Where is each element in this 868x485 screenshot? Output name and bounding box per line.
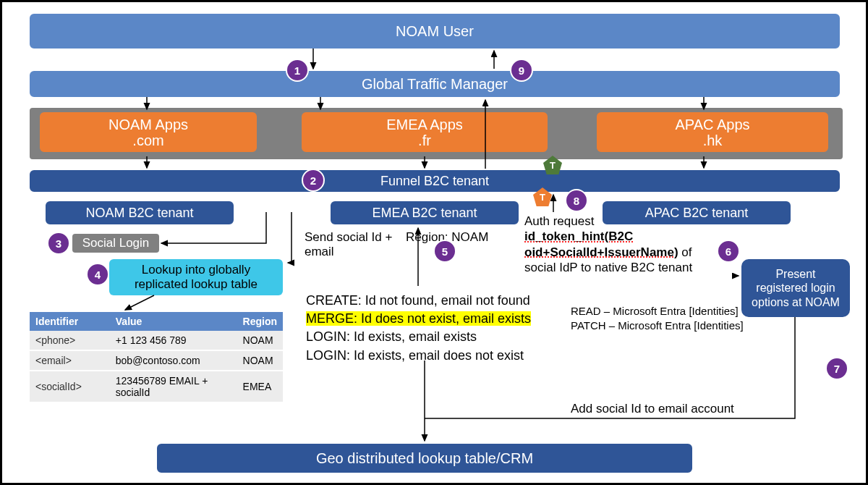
- noam-user-box: NOAM User: [30, 14, 840, 48]
- patch-label: PATCH – Microsoft Entra [Identities]: [571, 319, 744, 332]
- th-value: Value: [110, 312, 237, 331]
- badge-6: 6: [717, 240, 740, 263]
- present-l1: Present: [775, 267, 815, 281]
- rules-list: CREATE: Id not found, email not found ME…: [306, 292, 531, 365]
- read-label: READ – Microsoft Entra [Identities]: [571, 305, 739, 317]
- funnel-label: Funnel B2C tenant: [380, 174, 489, 189]
- add-social-label: Add social Id to email account: [571, 402, 734, 416]
- gtm-box: Global Traffic Manager: [30, 71, 840, 97]
- present-l3: options at NOAM: [752, 295, 840, 309]
- emea-apps-box: EMEA Apps .fr: [302, 112, 548, 152]
- rule-login2: LOGIN: Id exists, email does not exist: [306, 347, 531, 365]
- badge-7: 7: [825, 357, 848, 380]
- lookup-l1: Lookup into globally: [142, 263, 250, 277]
- rule-merge: MERGE: Id does not exist, email exists: [306, 311, 531, 326]
- rule-create: CREATE: Id not found, email not found: [306, 292, 531, 310]
- lookup-table: Identifier Value Region <phone>+1 123 45…: [30, 312, 283, 403]
- badge-3: 3: [47, 232, 70, 255]
- apac-apps-l1: APAC Apps: [675, 117, 749, 132]
- geo-label: Geo distributed lookup table/CRM: [316, 450, 533, 467]
- lookup-l2: replicated lookup table: [135, 277, 258, 292]
- emea-tenant-box: EMEA B2C tenant: [331, 201, 519, 224]
- social-login-label: Social Login: [82, 236, 150, 250]
- noam-apps-l1: NOAM Apps: [109, 117, 188, 132]
- badge-2: 2: [302, 169, 325, 192]
- social-login-box: Social Login: [72, 234, 159, 253]
- emea-apps-l2: .fr: [418, 132, 431, 148]
- apac-apps-l2: .hk: [703, 132, 723, 148]
- present-box: Present registered login options at NOAM: [741, 259, 850, 317]
- th-identifier: Identifier: [30, 312, 110, 331]
- rule-login1: LOGIN: Id exists, email exists: [306, 328, 531, 346]
- auth-label: Auth request id_token_hint(B2C oid+Socia…: [524, 214, 738, 275]
- send-label: Send social Id + email: [305, 230, 392, 260]
- badge-1: 1: [286, 59, 309, 82]
- noam-user-label: NOAM User: [396, 23, 474, 40]
- geo-box: Geo distributed lookup table/CRM: [157, 444, 692, 473]
- noam-apps-box: NOAM Apps .com: [40, 112, 257, 152]
- emea-apps-l1: EMEA Apps: [386, 117, 463, 132]
- badge-9: 9: [510, 59, 533, 82]
- badge-5: 5: [433, 240, 456, 263]
- table-row: <socialId>123456789 EMAIL + socialIdEMEA: [30, 371, 283, 402]
- noam-tenant-label: NOAM B2C tenant: [85, 206, 193, 221]
- gtm-label: Global Traffic Manager: [362, 76, 508, 93]
- present-l2: registered login: [756, 281, 835, 295]
- emea-tenant-label: EMEA B2C tenant: [372, 206, 477, 221]
- noam-tenant-box: NOAM B2C tenant: [46, 201, 234, 224]
- th-region: Region: [237, 312, 283, 331]
- table-row: <phone>+1 123 456 789NOAM: [30, 331, 283, 350]
- table-row: <email>bob@contoso.comNOAM: [30, 350, 283, 371]
- apac-apps-box: APAC Apps .hk: [597, 112, 828, 152]
- noam-apps-l2: .com: [132, 132, 163, 148]
- funnel-box: Funnel B2C tenant: [30, 170, 840, 192]
- lookup-box: Lookup into globally replicated lookup t…: [109, 259, 283, 295]
- badge-4: 4: [86, 263, 109, 286]
- diagram-canvas: NOAM User Global Traffic Manager NOAM Ap…: [0, 0, 868, 485]
- svg-line-8: [125, 295, 154, 310]
- badge-8: 8: [565, 189, 588, 212]
